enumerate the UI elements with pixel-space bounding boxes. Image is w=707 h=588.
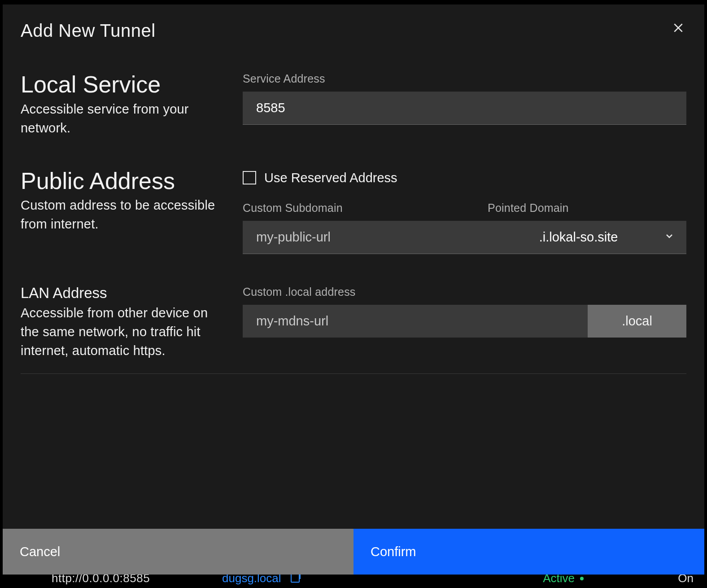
modal-footer: Cancel Confirm	[3, 529, 704, 575]
section-lan-address: LAN Address Accessible from other device…	[21, 285, 686, 360]
close-button[interactable]	[670, 21, 686, 37]
use-reserved-row: Use Reserved Address	[243, 171, 686, 185]
close-icon	[672, 22, 684, 35]
public-address-desc: Custom address to be accessible from int…	[21, 196, 225, 233]
use-reserved-label: Use Reserved Address	[264, 171, 397, 185]
section-public-address: Public Address Custom address to be acce…	[21, 169, 686, 254]
pointed-domain-select[interactable]	[482, 221, 686, 254]
lan-address-desc: Accessible from other device on the same…	[21, 303, 225, 360]
public-address-title: Public Address	[21, 169, 225, 193]
service-address-input[interactable]	[243, 92, 686, 125]
pointed-domain-value[interactable]	[482, 221, 686, 254]
modal-header: Add New Tunnel	[3, 4, 704, 45]
local-service-title: Local Service	[21, 72, 225, 97]
local-suffix-label: .local	[588, 305, 686, 338]
local-service-desc: Accessible service from your network.	[21, 100, 225, 137]
lan-address-title: LAN Address	[21, 285, 225, 301]
section-local-service: Local Service Accessible service from yo…	[21, 72, 686, 137]
external-link-icon	[291, 574, 300, 583]
cancel-button[interactable]: Cancel	[3, 529, 354, 575]
confirm-button[interactable]: Confirm	[354, 529, 704, 575]
modal-title: Add New Tunnel	[21, 21, 156, 41]
use-reserved-checkbox[interactable]	[243, 171, 256, 184]
custom-local-address-input[interactable]	[243, 305, 588, 338]
modal-body: Local Service Accessible service from yo…	[3, 45, 704, 529]
custom-subdomain-label: Custom Subdomain	[243, 202, 482, 215]
body-divider	[21, 373, 686, 374]
service-address-label: Service Address	[243, 72, 686, 85]
pointed-domain-label: Pointed Domain	[482, 202, 686, 215]
status-dot-icon	[580, 577, 584, 580]
custom-subdomain-input[interactable]	[243, 221, 482, 254]
custom-local-address-label: Custom .local address	[243, 285, 686, 298]
add-tunnel-modal: Add New Tunnel Local Service Accessible …	[3, 4, 704, 575]
